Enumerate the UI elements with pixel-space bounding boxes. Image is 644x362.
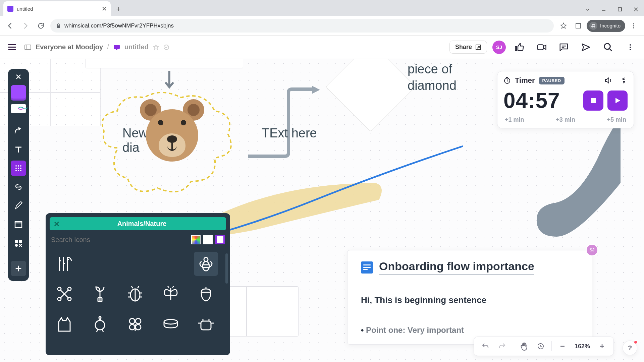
picker-close-button[interactable] bbox=[54, 221, 62, 227]
share-button[interactable]: Share bbox=[449, 41, 487, 54]
canvas[interactable]: New dia TExt here piece of diamond bbox=[0, 59, 644, 362]
more-menu-icon[interactable] bbox=[622, 39, 639, 56]
breadcrumb-separator: / bbox=[107, 43, 109, 51]
browser-menu-icon[interactable] bbox=[627, 19, 640, 32]
svg-point-15 bbox=[630, 44, 631, 46]
acorn-icon[interactable] bbox=[194, 282, 218, 306]
color-swatch-purple[interactable] bbox=[215, 235, 225, 244]
workspace-name[interactable]: Everyone at Moodjoy bbox=[36, 43, 103, 51]
svg-point-19 bbox=[18, 165, 19, 167]
text-tool[interactable] bbox=[11, 142, 26, 157]
record-icon[interactable] bbox=[533, 39, 550, 56]
color-swatch-multi[interactable] bbox=[191, 235, 201, 244]
document-card-title[interactable]: Onboarding flow importance bbox=[379, 260, 534, 275]
canvas-rectangle[interactable] bbox=[86, 59, 243, 68]
document-title[interactable]: untitled bbox=[124, 43, 149, 51]
toolbar-close-button[interactable] bbox=[15, 74, 21, 80]
beetle-icon[interactable] bbox=[123, 282, 147, 306]
document-sentence[interactable]: Hi, This is beginning sentence bbox=[361, 295, 578, 305]
comments-icon[interactable] bbox=[555, 39, 572, 56]
svg-rect-2 bbox=[576, 23, 581, 28]
avatar[interactable]: SJ bbox=[492, 41, 506, 54]
incognito-label: Incognito bbox=[600, 23, 621, 28]
send-icon[interactable] bbox=[578, 39, 594, 56]
back-button[interactable] bbox=[4, 20, 16, 32]
zoom-level[interactable]: 162% bbox=[572, 343, 593, 350]
browser-tab[interactable]: untitled bbox=[3, 1, 111, 16]
svg-rect-1 bbox=[57, 25, 60, 28]
connector-tool[interactable] bbox=[11, 123, 26, 138]
canvas-text-here[interactable]: TExt here bbox=[262, 126, 317, 140]
sound-icon[interactable] bbox=[604, 76, 612, 84]
icon-library-tool[interactable] bbox=[11, 161, 26, 176]
clover-icon[interactable] bbox=[123, 312, 147, 336]
undo-button[interactable] bbox=[478, 339, 493, 354]
svg-rect-28 bbox=[15, 240, 18, 243]
hand-tool-button[interactable] bbox=[517, 339, 531, 354]
card-tool[interactable] bbox=[11, 104, 26, 113]
timer-add-1min[interactable]: +1 min bbox=[505, 116, 524, 123]
bear-sticker[interactable] bbox=[139, 99, 206, 166]
document-bullet[interactable]: Point one: Very important bbox=[361, 325, 578, 335]
component-tool[interactable] bbox=[11, 236, 26, 251]
svg-rect-13 bbox=[538, 45, 544, 50]
document-card[interactable]: SJ Onboarding flow importance Hi, This i… bbox=[347, 250, 592, 345]
thumbs-up-icon[interactable] bbox=[511, 39, 528, 56]
pencil-tool[interactable] bbox=[11, 198, 26, 214]
redo-button[interactable] bbox=[495, 339, 509, 354]
close-icon[interactable] bbox=[102, 6, 107, 11]
canvas-text-piece[interactable]: piece of diamond bbox=[408, 61, 457, 94]
bowl-icon[interactable] bbox=[159, 312, 183, 336]
blank-icon[interactable] bbox=[88, 252, 112, 276]
menu-button[interactable] bbox=[5, 41, 19, 54]
collaborator-avatar[interactable]: SJ bbox=[586, 244, 598, 256]
color-swatch-white[interactable] bbox=[203, 235, 213, 244]
timer-status-badge: PAUSED bbox=[539, 77, 565, 84]
zoom-out-button[interactable] bbox=[555, 339, 570, 354]
connector-arrow[interactable] bbox=[248, 86, 322, 160]
favorite-star-icon[interactable] bbox=[153, 44, 159, 51]
timer-stop-button[interactable] bbox=[583, 90, 603, 111]
window-minimize-button[interactable] bbox=[596, 3, 612, 16]
sticky-note-tool[interactable] bbox=[11, 85, 26, 101]
extensions-icon[interactable] bbox=[572, 19, 585, 32]
url-field[interactable]: whimsical.com/P3f5owNMFvr2YFPHxsbjns bbox=[50, 19, 554, 33]
frame-tool[interactable] bbox=[11, 217, 26, 232]
timer-play-button[interactable] bbox=[607, 90, 628, 111]
help-button[interactable]: ? bbox=[623, 341, 637, 355]
timer-add-3min[interactable]: +3 min bbox=[556, 116, 575, 123]
cat-icon[interactable] bbox=[52, 312, 76, 336]
timer-add-5min[interactable]: +5 min bbox=[607, 116, 626, 123]
add-tool[interactable] bbox=[11, 261, 26, 276]
cow-icon[interactable] bbox=[194, 312, 218, 336]
tabs-dropdown-icon[interactable] bbox=[580, 3, 596, 16]
collapse-icon[interactable] bbox=[620, 77, 628, 84]
zoom-in-button[interactable] bbox=[595, 339, 609, 354]
window-maximize-button[interactable] bbox=[612, 3, 628, 16]
bone-icon[interactable] bbox=[52, 282, 76, 306]
window-close-button[interactable] bbox=[628, 3, 644, 16]
search-input[interactable] bbox=[51, 236, 189, 244]
blank-icon[interactable] bbox=[159, 252, 183, 276]
svg-point-22 bbox=[18, 168, 19, 169]
url-text: whimsical.com/P3f5owNMFvr2YFPHxsbjns bbox=[64, 22, 174, 29]
svg-rect-29 bbox=[19, 240, 22, 243]
blank-icon[interactable] bbox=[123, 252, 147, 276]
incognito-badge[interactable]: Incognito bbox=[587, 20, 625, 32]
new-tab-button[interactable]: + bbox=[113, 4, 123, 14]
bee-icon[interactable] bbox=[194, 252, 218, 276]
sprout-icon[interactable] bbox=[88, 282, 112, 306]
search-icon[interactable] bbox=[600, 39, 616, 56]
butterfly-icon[interactable] bbox=[159, 282, 183, 306]
bamboo-icon[interactable] bbox=[52, 252, 76, 276]
reload-button[interactable] bbox=[35, 20, 47, 32]
gray-shape bbox=[537, 116, 621, 243]
svg-point-3 bbox=[591, 25, 593, 27]
svg-point-5 bbox=[633, 23, 634, 24]
history-button[interactable] bbox=[533, 339, 548, 354]
picker-scrollbar[interactable] bbox=[225, 253, 228, 284]
forward-button[interactable] bbox=[19, 20, 32, 32]
fish-icon[interactable] bbox=[88, 312, 112, 336]
bookmark-star-icon[interactable] bbox=[557, 19, 570, 32]
link-tool[interactable] bbox=[11, 179, 26, 195]
